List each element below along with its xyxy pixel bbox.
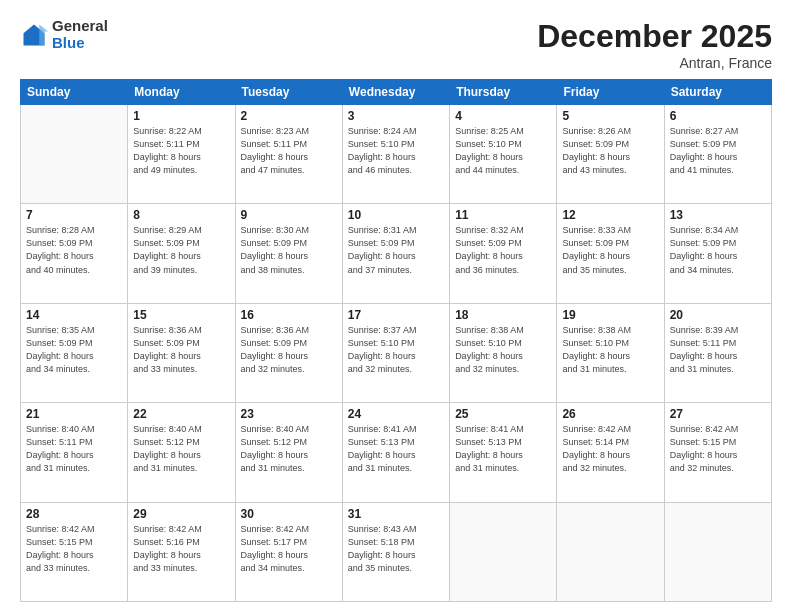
day-info: Sunrise: 8:37 AM Sunset: 5:10 PM Dayligh… <box>348 324 444 376</box>
day-number: 30 <box>241 507 337 521</box>
day-info: Sunrise: 8:33 AM Sunset: 5:09 PM Dayligh… <box>562 224 658 276</box>
day-number: 11 <box>455 208 551 222</box>
day-number: 15 <box>133 308 229 322</box>
day-info: Sunrise: 8:43 AM Sunset: 5:18 PM Dayligh… <box>348 523 444 575</box>
day-number: 1 <box>133 109 229 123</box>
day-cell: 28Sunrise: 8:42 AM Sunset: 5:15 PM Dayli… <box>21 502 128 601</box>
day-cell: 29Sunrise: 8:42 AM Sunset: 5:16 PM Dayli… <box>128 502 235 601</box>
day-cell <box>21 105 128 204</box>
day-cell: 15Sunrise: 8:36 AM Sunset: 5:09 PM Dayli… <box>128 303 235 402</box>
col-saturday: Saturday <box>664 80 771 105</box>
day-number: 27 <box>670 407 766 421</box>
day-cell: 14Sunrise: 8:35 AM Sunset: 5:09 PM Dayli… <box>21 303 128 402</box>
day-cell <box>450 502 557 601</box>
day-cell: 20Sunrise: 8:39 AM Sunset: 5:11 PM Dayli… <box>664 303 771 402</box>
day-info: Sunrise: 8:31 AM Sunset: 5:09 PM Dayligh… <box>348 224 444 276</box>
header: General Blue December 2025 Antran, Franc… <box>20 18 772 71</box>
day-number: 17 <box>348 308 444 322</box>
day-number: 12 <box>562 208 658 222</box>
logo-blue-text: Blue <box>52 35 108 52</box>
day-info: Sunrise: 8:40 AM Sunset: 5:12 PM Dayligh… <box>241 423 337 475</box>
day-info: Sunrise: 8:38 AM Sunset: 5:10 PM Dayligh… <box>455 324 551 376</box>
day-number: 25 <box>455 407 551 421</box>
day-info: Sunrise: 8:36 AM Sunset: 5:09 PM Dayligh… <box>133 324 229 376</box>
col-monday: Monday <box>128 80 235 105</box>
day-number: 23 <box>241 407 337 421</box>
day-cell: 22Sunrise: 8:40 AM Sunset: 5:12 PM Dayli… <box>128 403 235 502</box>
day-cell: 13Sunrise: 8:34 AM Sunset: 5:09 PM Dayli… <box>664 204 771 303</box>
day-info: Sunrise: 8:22 AM Sunset: 5:11 PM Dayligh… <box>133 125 229 177</box>
day-info: Sunrise: 8:34 AM Sunset: 5:09 PM Dayligh… <box>670 224 766 276</box>
day-cell: 19Sunrise: 8:38 AM Sunset: 5:10 PM Dayli… <box>557 303 664 402</box>
svg-marker-1 <box>39 24 48 45</box>
day-number: 21 <box>26 407 122 421</box>
day-number: 4 <box>455 109 551 123</box>
day-cell: 3Sunrise: 8:24 AM Sunset: 5:10 PM Daylig… <box>342 105 449 204</box>
day-info: Sunrise: 8:42 AM Sunset: 5:17 PM Dayligh… <box>241 523 337 575</box>
day-info: Sunrise: 8:42 AM Sunset: 5:15 PM Dayligh… <box>670 423 766 475</box>
day-number: 14 <box>26 308 122 322</box>
week-row-3: 14Sunrise: 8:35 AM Sunset: 5:09 PM Dayli… <box>21 303 772 402</box>
day-number: 29 <box>133 507 229 521</box>
week-row-4: 21Sunrise: 8:40 AM Sunset: 5:11 PM Dayli… <box>21 403 772 502</box>
day-info: Sunrise: 8:42 AM Sunset: 5:15 PM Dayligh… <box>26 523 122 575</box>
day-cell: 17Sunrise: 8:37 AM Sunset: 5:10 PM Dayli… <box>342 303 449 402</box>
logo-text: General Blue <box>52 18 108 51</box>
day-cell: 12Sunrise: 8:33 AM Sunset: 5:09 PM Dayli… <box>557 204 664 303</box>
day-info: Sunrise: 8:40 AM Sunset: 5:11 PM Dayligh… <box>26 423 122 475</box>
day-cell: 10Sunrise: 8:31 AM Sunset: 5:09 PM Dayli… <box>342 204 449 303</box>
day-number: 19 <box>562 308 658 322</box>
day-info: Sunrise: 8:27 AM Sunset: 5:09 PM Dayligh… <box>670 125 766 177</box>
day-cell: 26Sunrise: 8:42 AM Sunset: 5:14 PM Dayli… <box>557 403 664 502</box>
day-number: 31 <box>348 507 444 521</box>
day-cell: 24Sunrise: 8:41 AM Sunset: 5:13 PM Dayli… <box>342 403 449 502</box>
day-info: Sunrise: 8:32 AM Sunset: 5:09 PM Dayligh… <box>455 224 551 276</box>
title-block: December 2025 Antran, France <box>537 18 772 71</box>
day-cell: 8Sunrise: 8:29 AM Sunset: 5:09 PM Daylig… <box>128 204 235 303</box>
day-info: Sunrise: 8:29 AM Sunset: 5:09 PM Dayligh… <box>133 224 229 276</box>
day-number: 10 <box>348 208 444 222</box>
col-sunday: Sunday <box>21 80 128 105</box>
day-cell: 27Sunrise: 8:42 AM Sunset: 5:15 PM Dayli… <box>664 403 771 502</box>
day-info: Sunrise: 8:25 AM Sunset: 5:10 PM Dayligh… <box>455 125 551 177</box>
day-number: 8 <box>133 208 229 222</box>
day-number: 24 <box>348 407 444 421</box>
col-thursday: Thursday <box>450 80 557 105</box>
day-cell: 7Sunrise: 8:28 AM Sunset: 5:09 PM Daylig… <box>21 204 128 303</box>
week-row-2: 7Sunrise: 8:28 AM Sunset: 5:09 PM Daylig… <box>21 204 772 303</box>
week-row-1: 1Sunrise: 8:22 AM Sunset: 5:11 PM Daylig… <box>21 105 772 204</box>
header-row: Sunday Monday Tuesday Wednesday Thursday… <box>21 80 772 105</box>
day-info: Sunrise: 8:42 AM Sunset: 5:14 PM Dayligh… <box>562 423 658 475</box>
day-number: 13 <box>670 208 766 222</box>
day-info: Sunrise: 8:38 AM Sunset: 5:10 PM Dayligh… <box>562 324 658 376</box>
calendar-table: Sunday Monday Tuesday Wednesday Thursday… <box>20 79 772 602</box>
location: Antran, France <box>537 55 772 71</box>
day-cell: 23Sunrise: 8:40 AM Sunset: 5:12 PM Dayli… <box>235 403 342 502</box>
day-cell: 2Sunrise: 8:23 AM Sunset: 5:11 PM Daylig… <box>235 105 342 204</box>
day-number: 28 <box>26 507 122 521</box>
day-info: Sunrise: 8:23 AM Sunset: 5:11 PM Dayligh… <box>241 125 337 177</box>
week-row-5: 28Sunrise: 8:42 AM Sunset: 5:15 PM Dayli… <box>21 502 772 601</box>
day-number: 5 <box>562 109 658 123</box>
day-cell: 18Sunrise: 8:38 AM Sunset: 5:10 PM Dayli… <box>450 303 557 402</box>
day-cell: 6Sunrise: 8:27 AM Sunset: 5:09 PM Daylig… <box>664 105 771 204</box>
day-number: 6 <box>670 109 766 123</box>
day-number: 7 <box>26 208 122 222</box>
day-info: Sunrise: 8:26 AM Sunset: 5:09 PM Dayligh… <box>562 125 658 177</box>
day-cell <box>664 502 771 601</box>
col-friday: Friday <box>557 80 664 105</box>
day-cell: 25Sunrise: 8:41 AM Sunset: 5:13 PM Dayli… <box>450 403 557 502</box>
day-number: 9 <box>241 208 337 222</box>
day-info: Sunrise: 8:30 AM Sunset: 5:09 PM Dayligh… <box>241 224 337 276</box>
calendar-header: Sunday Monday Tuesday Wednesday Thursday… <box>21 80 772 105</box>
day-cell: 5Sunrise: 8:26 AM Sunset: 5:09 PM Daylig… <box>557 105 664 204</box>
day-cell: 16Sunrise: 8:36 AM Sunset: 5:09 PM Dayli… <box>235 303 342 402</box>
day-cell: 21Sunrise: 8:40 AM Sunset: 5:11 PM Dayli… <box>21 403 128 502</box>
day-cell: 4Sunrise: 8:25 AM Sunset: 5:10 PM Daylig… <box>450 105 557 204</box>
day-info: Sunrise: 8:28 AM Sunset: 5:09 PM Dayligh… <box>26 224 122 276</box>
day-number: 20 <box>670 308 766 322</box>
day-cell: 11Sunrise: 8:32 AM Sunset: 5:09 PM Dayli… <box>450 204 557 303</box>
day-cell <box>557 502 664 601</box>
day-number: 2 <box>241 109 337 123</box>
day-cell: 31Sunrise: 8:43 AM Sunset: 5:18 PM Dayli… <box>342 502 449 601</box>
